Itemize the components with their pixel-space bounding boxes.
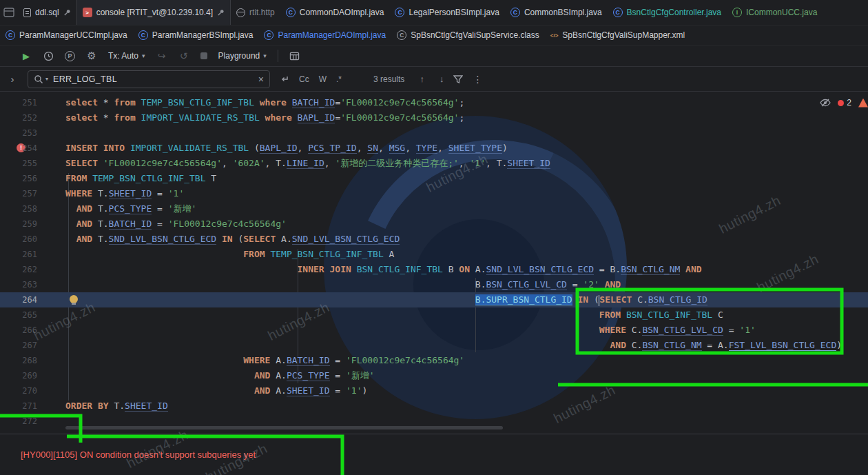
interface-icon: I (732, 8, 742, 17)
class-icon: C (510, 8, 520, 17)
more-options-icon[interactable]: ⋮ (473, 74, 482, 85)
tab-commonbsimpl-java[interactable]: CCommonBSImpl.java (505, 0, 608, 25)
code-line-255[interactable]: 255SELECT 'FL00012c9e7c4c56564g', '602A'… (0, 156, 868, 171)
search-history-chevron-icon[interactable]: ▾ (45, 76, 48, 82)
code-line-251[interactable]: 251select * from TEMP_BSN_CTLG_INF_TBL w… (0, 95, 868, 110)
tab-parammanageruccimpl-java[interactable]: CParamManagerUCCImpl.java (0, 26, 133, 45)
close-icon[interactable]: × (258, 74, 264, 85)
search-results-count: 3 results (373, 74, 404, 84)
horizontal-scrollbar[interactable] (65, 426, 503, 429)
tab-label: CommonDAOImpl.java (300, 8, 384, 17)
search-icon (34, 74, 43, 84)
intention-bulb-icon[interactable] (70, 295, 78, 303)
warning-indicator-icon[interactable] (858, 99, 868, 108)
code-line-268[interactable]: 268WHERE A.BATCH_ID = 'FL00012c9e7c4c565… (0, 353, 868, 368)
line-number: 271 (0, 398, 37, 414)
code-line-258[interactable]: 258AND T.PCS_TYPE = '新增' (0, 201, 868, 216)
next-occurrence-button[interactable]: ↓ (440, 74, 444, 84)
line-number: 270 (0, 383, 37, 398)
search-query-text: ERR_LOG_TBL (53, 74, 254, 84)
code-line-266[interactable]: 266WHERE C.BSN_CTLG_LVL_CD = '1' (0, 323, 868, 338)
editor-tabs-row-2: CParamManagerUCCImpl.javaCParamManagerBS… (0, 26, 868, 46)
tab-parammanagerdaoimpl-java[interactable]: CParamManagerDAOImpl.java (258, 26, 391, 45)
tab-label: ICommonUCC.java (746, 8, 817, 17)
run-button[interactable]: ▶ (21, 50, 32, 61)
words-toggle[interactable]: W (319, 74, 327, 84)
tab-bsnctlgcfgcontroller-java[interactable]: CBsnCtlgCfgController.java (608, 0, 727, 25)
class-file-icon: C (397, 30, 406, 40)
editor-tabs-row-1: ddl.sql>console [RTIT_vt@10.239.10.4]rti… (0, 0, 868, 26)
tab-parammanagerbsimpl-java[interactable]: CParamManagerBSImpl.java (133, 26, 259, 45)
code-line-263[interactable]: 263B.BSN_CTLG_LVL_CD = '2' AND (0, 277, 868, 292)
window-icon (3, 8, 14, 17)
line-number: 265 (0, 307, 37, 323)
tx-mode-select[interactable]: Tx: Auto ▾ (108, 51, 145, 61)
error-count-badge[interactable]: 2 (838, 98, 851, 108)
tab-label: ParamManagerBSImpl.java (152, 30, 254, 40)
code-line-267[interactable]: 267AND C.BSN_CTLG_NM = A.FST_LVL_BSN_CTL… (0, 338, 868, 353)
pin-icon (217, 9, 225, 17)
history-icon[interactable] (43, 50, 54, 61)
tab-console-rtit-vt-10-239-10-4[interactable]: >console [RTIT_vt@10.239.10.4] (76, 0, 231, 25)
code-line-252[interactable]: 252select * from IMPORT_VALIDATE_RS_TBL … (0, 110, 868, 125)
schema-select[interactable]: Playground ▾ (218, 51, 267, 61)
tab-label: SpBsnCtlgCfgValiSupService.class (411, 30, 539, 40)
tab-label: ParamManagerUCCImpl.java (19, 30, 127, 40)
code-line-261[interactable]: 261FROM TEMP_BSN_CTLG_INF_TBL A (0, 247, 868, 262)
line-number: 259 (0, 216, 37, 232)
error-count: 2 (847, 98, 851, 108)
settings-gear-icon[interactable]: ⚙ (86, 50, 97, 61)
code-line-269[interactable]: 269AND A.PCS_TYPE = '新增' (0, 368, 868, 383)
tab-label: LegalPersonBSImpl.java (409, 8, 499, 17)
line-number: 253 (0, 125, 37, 141)
tab-label: BsnCtlgCfgController.java (627, 8, 721, 17)
code-area: 251select * from TEMP_BSN_CTLG_INF_TBL w… (0, 92, 868, 429)
http-file-icon (236, 8, 245, 17)
previous-occurrence-button[interactable]: ↑ (420, 74, 424, 84)
editor: 251select * from TEMP_BSN_CTLG_INF_TBL w… (0, 92, 868, 434)
line-number: 256 (0, 171, 37, 186)
line-number: 269 (0, 368, 37, 383)
class-icon: C (395, 8, 404, 17)
code-line-262[interactable]: 262INNER JOIN BSN_CTLG_INF_TBL B ON A.SN… (0, 262, 868, 277)
code-line-265[interactable]: 265FROM BSN_CTLG_INF_TBL C (0, 307, 868, 323)
tab-rtit-http[interactable]: rtit.http (231, 0, 280, 25)
inspection-widget: 2 (820, 97, 868, 108)
line-number: 272 (0, 414, 37, 429)
regex-toggle[interactable]: .* (336, 74, 342, 84)
tab-legalpersonbsimpl-java[interactable]: CLegalPersonBSImpl.java (389, 0, 504, 25)
code-line-256[interactable]: 256FROM TEMP_BSN_CTLG_INF_TBL T (0, 171, 868, 186)
search-input[interactable]: ▾ ERR_LOG_TBL × (28, 70, 270, 88)
code-line-253[interactable]: 253 (0, 125, 868, 141)
tab-spbsnctlgcfgvalisupmapper-xml[interactable]: </>SpBsnCtlgCfgValiSupMapper.xml (545, 26, 690, 45)
eye-off-icon[interactable] (820, 97, 831, 108)
code-line-260[interactable]: 260AND T.SND_LVL_BSN_CTLG_ECD IN (SELECT… (0, 232, 868, 247)
stop-button[interactable] (200, 52, 207, 59)
rollback-icon[interactable]: ↺ (178, 50, 189, 61)
expand-chevron-icon[interactable]: › (7, 73, 18, 85)
code-line-259[interactable]: 259AND T.BATCH_ID = 'FL00012c9e7c4c56564… (0, 216, 868, 232)
code-line-264[interactable]: 264B.SUPR_BSN_CTLG_ID IN (SELECT C.BSN_C… (0, 292, 868, 307)
code-line-270[interactable]: 270AND A.SHEET_ID = '1') (0, 383, 868, 398)
class-icon: C (286, 8, 296, 17)
code-line-271[interactable]: 271ORDER BY T.SHEET_ID (0, 398, 868, 414)
commit-icon[interactable]: ↪ (156, 50, 167, 61)
match-case-toggle[interactable]: Cc (299, 74, 309, 84)
window-menu-icon[interactable] (0, 0, 18, 25)
code-line-254[interactable]: !254INSERT INTO IMPORT_VALIDATE_RS_TBL (… (0, 141, 868, 156)
line-number: 258 (0, 201, 37, 216)
line-number: 255 (0, 156, 37, 171)
newline-icon[interactable] (280, 74, 289, 84)
line-number: 254 (0, 141, 37, 156)
schema-label: Playground (218, 51, 260, 61)
line-number: 252 (0, 110, 37, 125)
tab-ddl-sql[interactable]: ddl.sql (18, 0, 76, 25)
tab-icommonucc-java[interactable]: IICommonUCC.java (727, 0, 823, 25)
tab-label: CommonBSImpl.java (524, 8, 602, 17)
code-line-257[interactable]: 257WHERE T.SHEET_ID = '1' (0, 186, 868, 201)
tab-spbsnctlgcfgvalisupservice-class[interactable]: CSpBsnCtlgCfgValiSupService.class (391, 26, 545, 45)
plan-icon[interactable]: P (65, 51, 75, 61)
table-grid-icon[interactable] (289, 50, 300, 61)
filter-icon[interactable] (453, 74, 463, 84)
tab-commondaoimpl-java[interactable]: CCommonDAOImpl.java (280, 0, 390, 25)
